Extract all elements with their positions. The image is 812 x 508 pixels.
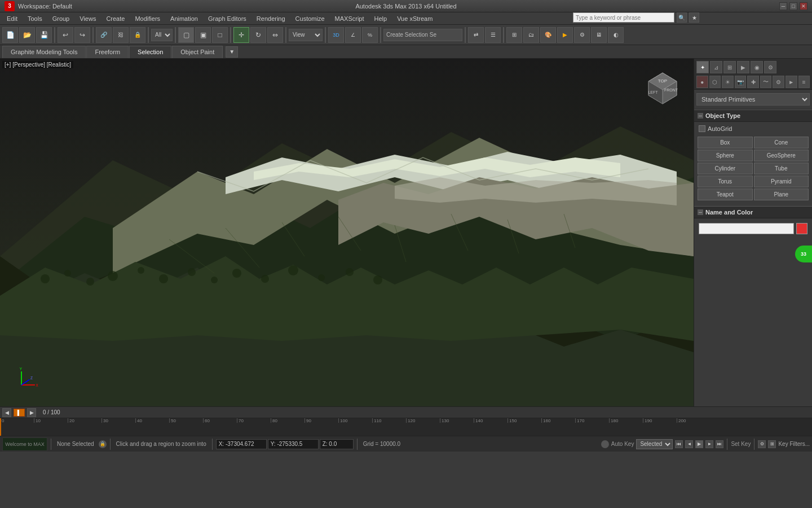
obj-btn-cylinder[interactable]: Cylinder — [698, 163, 753, 174]
snap-angle-button[interactable]: ∠ — [345, 27, 361, 43]
obj-btn-plane[interactable]: Plane — [754, 189, 809, 200]
rotate-button[interactable]: ↻ — [250, 27, 266, 43]
timeline-slider-handle[interactable]: ▌ — [14, 409, 25, 417]
y-coord-field[interactable] — [268, 439, 319, 449]
keyfilters-label[interactable]: Key Filters... — [778, 441, 810, 447]
tab-freeform[interactable]: Freeform — [86, 46, 129, 58]
panel-tab-display[interactable]: ◉ — [751, 61, 763, 73]
material-editor[interactable]: 🎨 — [540, 27, 556, 43]
unlink-button[interactable]: ⛓ — [113, 27, 129, 43]
prev-frame-button[interactable]: ◄ — [685, 440, 693, 448]
panel-icon-systems[interactable]: ⚙ — [773, 76, 784, 88]
panel-icon-lights[interactable]: ☀ — [722, 76, 734, 88]
filter-button[interactable]: ⊞ — [768, 440, 776, 448]
render-frame[interactable]: 🖥 — [591, 27, 607, 43]
redo-button[interactable]: ↪ — [74, 27, 90, 43]
view-dropdown[interactable]: View — [289, 29, 323, 41]
panel-tab-motion[interactable]: ▶ — [737, 61, 749, 73]
panel-tab-hierarchy[interactable]: ⊞ — [723, 61, 736, 73]
obj-btn-box[interactable]: Box — [698, 137, 753, 148]
autogrid-checkbox[interactable] — [699, 125, 705, 132]
subtoolbar-more[interactable]: ▼ — [226, 46, 238, 58]
search-button[interactable]: 🔍 — [677, 12, 687, 23]
obj-btn-torus[interactable]: Torus — [698, 176, 753, 187]
tab-selection[interactable]: Selection — [129, 46, 171, 58]
move-button[interactable]: ✛ — [233, 27, 249, 43]
align-button[interactable]: ☰ — [485, 27, 501, 43]
menu-create[interactable]: Create — [102, 14, 129, 23]
goto-end-button[interactable]: ⏭ — [716, 440, 723, 448]
timeline-prev-button[interactable]: ◀ — [2, 408, 11, 417]
obj-btn-teapot[interactable]: Teapot — [698, 189, 753, 200]
panel-icon-settings[interactable]: ≡ — [798, 76, 810, 88]
timeline-track[interactable]: 0 10 20 30 40 50 60 70 80 90 100 110 120… — [0, 418, 812, 436]
menu-tools[interactable]: Tools — [23, 14, 47, 23]
snap-percent-button[interactable]: % — [362, 27, 378, 43]
goto-start-button[interactable]: ⏮ — [675, 440, 683, 448]
mirror-button[interactable]: ⇄ — [468, 27, 484, 43]
panel-tab-modify[interactable]: ⊿ — [710, 61, 722, 73]
bind-button[interactable]: 🔒 — [130, 27, 145, 43]
minimize-button[interactable]: ─ — [779, 2, 787, 10]
menu-edit[interactable]: Edit — [2, 14, 22, 23]
panel-icon-arrow[interactable]: ► — [785, 76, 797, 88]
obj-btn-tube[interactable]: Tube — [754, 163, 809, 174]
panel-tab-utilities[interactable]: ⚙ — [764, 61, 776, 73]
animate-icon[interactable] — [601, 440, 609, 448]
tab-object-paint[interactable]: Object Paint — [172, 46, 223, 58]
search-input[interactable] — [573, 12, 674, 23]
toprender-badge[interactable]: 33 — [795, 246, 812, 262]
menu-group[interactable]: Group — [48, 14, 74, 23]
scale-button[interactable]: ⇔ — [267, 27, 283, 43]
menu-help[interactable]: Help — [370, 14, 392, 23]
timeline-next-button[interactable]: ▶ — [27, 408, 36, 417]
activeshade[interactable]: ◐ — [608, 27, 624, 43]
viewport[interactable]: [+] [Perspective] [Realistic] — [0, 59, 694, 406]
tab-graphite[interactable]: Graphite Modeling Tools — [2, 46, 86, 58]
object-type-section-header[interactable]: ─ Object Type — [694, 110, 812, 122]
favorites-button[interactable]: ★ — [689, 12, 699, 23]
obj-btn-cone[interactable]: Cone — [754, 137, 809, 148]
menu-rendering[interactable]: Rendering — [252, 14, 290, 23]
undo-button[interactable]: ↩ — [58, 27, 73, 43]
obj-btn-pyramid[interactable]: Pyramid — [754, 176, 809, 187]
navigation-cube[interactable]: TOP FRONT LEFT — [643, 70, 682, 110]
menu-modifiers[interactable]: Modifiers — [130, 14, 165, 23]
close-button[interactable]: ✕ — [800, 2, 807, 10]
select-region-button[interactable]: ▣ — [195, 27, 211, 43]
selection-lock-icon[interactable]: 🔒 — [99, 440, 107, 448]
z-coord-field[interactable] — [320, 439, 354, 449]
selection-set-input[interactable]: Create Selection Se — [383, 29, 462, 41]
save-button[interactable]: 💾 — [36, 27, 52, 43]
color-swatch[interactable] — [796, 223, 807, 234]
maximize-button[interactable]: □ — [789, 2, 797, 10]
layer-button[interactable]: ⊞ — [506, 27, 522, 43]
new-button[interactable]: 📄 — [2, 27, 18, 43]
panel-tab-create[interactable]: ✦ — [696, 61, 709, 73]
render-button[interactable]: ▶ — [557, 27, 573, 43]
selected-dropdown[interactable]: Selected — [636, 439, 673, 449]
menu-animation[interactable]: Animation — [166, 14, 202, 23]
filter-dropdown[interactable]: All — [151, 29, 173, 41]
select-button[interactable]: ▢ — [178, 27, 194, 43]
primitives-dropdown[interactable]: Standard Primitives — [696, 93, 810, 106]
menu-customize[interactable]: Customize — [291, 14, 329, 23]
open-button[interactable]: 📂 — [19, 27, 35, 43]
link-button[interactable]: 🔗 — [96, 27, 112, 43]
render-settings[interactable]: ⚙ — [574, 27, 590, 43]
panel-icon-shapes[interactable]: ⬡ — [709, 76, 721, 88]
options-button[interactable]: ⚙ — [758, 440, 766, 448]
obj-btn-geosphere[interactable]: GeoSphere — [754, 150, 809, 161]
collapse-object-type[interactable]: ─ — [698, 113, 703, 119]
x-coord-field[interactable] — [216, 439, 267, 449]
collapse-name-color[interactable]: ─ — [698, 209, 703, 215]
snap3d-button[interactable]: 3D — [328, 27, 344, 43]
panel-icon-geometry[interactable]: ● — [696, 76, 708, 88]
play-button[interactable]: ▶ — [695, 440, 703, 448]
scene-explorer[interactable]: 🗂 — [523, 27, 539, 43]
obj-btn-sphere[interactable]: Sphere — [698, 150, 753, 161]
panel-icon-helpers[interactable]: ✚ — [747, 76, 759, 88]
menu-maxscript[interactable]: MAXScript — [330, 14, 369, 23]
panel-icon-spacewarps[interactable]: 〜 — [760, 76, 772, 88]
object-name-input[interactable] — [699, 223, 794, 234]
